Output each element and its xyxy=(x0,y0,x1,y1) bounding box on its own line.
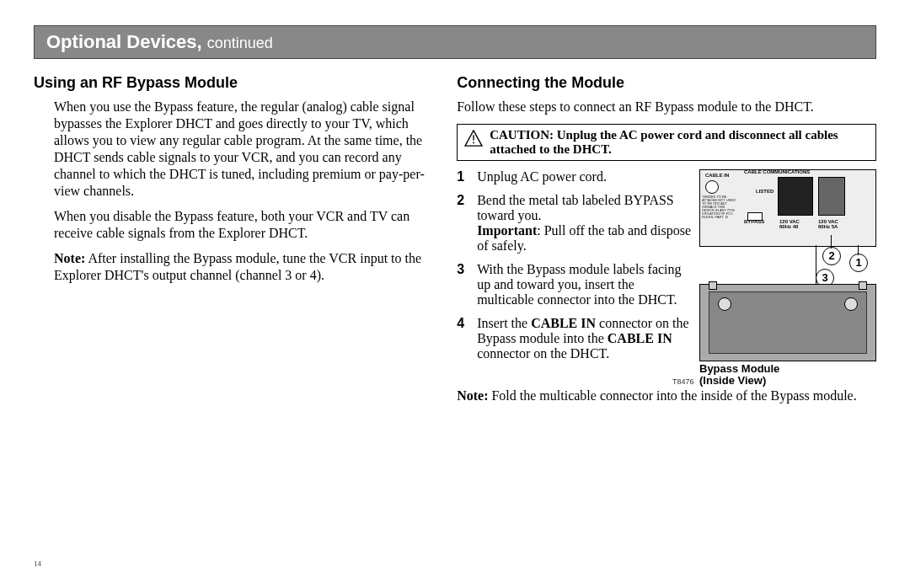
port-bypass-tab xyxy=(747,212,763,221)
label-vac1: 120 VAC 60Hz 40 xyxy=(779,219,805,229)
s4-post: connector on the DHCT. xyxy=(477,346,609,361)
label-cable-in: CABLE IN xyxy=(705,173,729,178)
step-2: 2 Bend the metal tab labeled BYPASS towa… xyxy=(457,193,693,254)
step-num: 1 xyxy=(457,169,468,184)
left-para-1: When you use the Bypass feature, the reg… xyxy=(54,99,433,200)
port-power xyxy=(818,177,845,216)
right-intro: Follow these steps to connect an RF Bypa… xyxy=(457,99,876,115)
right-column: Connecting the Module Follow these steps… xyxy=(457,71,876,413)
step-pre: Bend the metal tab labeled BYPASS toward… xyxy=(477,193,674,222)
note-label: Note: xyxy=(54,251,85,265)
fine-print: TENDED TO BE ATTACHE NOT USED TO RE ODCA… xyxy=(702,195,736,219)
step-text: Insert the CABLE IN connector on the Byp… xyxy=(477,316,693,361)
callout-1: 1 xyxy=(849,254,868,272)
label-cable-comms: CABLE COMMUNICATIONS xyxy=(744,169,810,174)
step-text: With the Bypass module labels facing up … xyxy=(477,262,693,307)
caption-1: Bypass Module xyxy=(699,362,779,375)
step-num: 4 xyxy=(457,316,468,361)
right-note: Note: Fold the multicable connector into… xyxy=(457,388,876,404)
step-3: 3 With the Bypass module labels facing u… xyxy=(457,262,693,307)
callout-2: 2 xyxy=(822,247,841,265)
caution-text-wrap: CAUTION: Unplug the AC power cord and di… xyxy=(490,128,869,157)
note-text: After installing the Bypass module, tune… xyxy=(54,251,421,282)
content-columns: Using an RF Bypass Module When you use t… xyxy=(34,71,876,413)
right-content: 1 Unplug AC power cord. 2 Bend the metal… xyxy=(457,169,876,388)
warning-icon xyxy=(464,130,483,147)
step-1: 1 Unplug AC power cord. xyxy=(457,169,693,184)
bypass-module-box xyxy=(699,284,876,361)
step-4: 4 Insert the CABLE IN connector on the B… xyxy=(457,316,693,361)
dhct-back-panel: CABLE IN CABLE COMMUNICATIONS BYPASS 120… xyxy=(699,169,876,247)
diagram-caption: Bypass Module (Inside View) xyxy=(699,363,876,388)
steps-column: 1 Unplug AC power cord. 2 Bend the metal… xyxy=(457,169,693,388)
header-continued: continued xyxy=(207,35,273,51)
caution-box: CAUTION: Unplug the AC power cord and di… xyxy=(457,124,876,161)
header-title: Optional Devices, xyxy=(46,31,202,52)
mount-tab-r xyxy=(859,281,867,290)
label-ul: LISTED xyxy=(756,189,774,194)
arrow-1 xyxy=(858,245,859,255)
s4-bold2: CABLE IN xyxy=(608,331,672,345)
step-num: 2 xyxy=(457,193,468,254)
note-text: Fold the multicable connector into the i… xyxy=(488,388,856,403)
caption-2: (Inside View) xyxy=(699,374,766,387)
step-num: 3 xyxy=(457,262,468,307)
port-cable-in xyxy=(705,180,719,194)
s4-pre: Insert the xyxy=(477,316,531,330)
label-vac2: 120 VAC 60Hz 5A xyxy=(818,219,843,229)
arrow-2 xyxy=(831,235,832,249)
port-outlet xyxy=(778,177,813,216)
module-inner xyxy=(709,291,867,354)
section-header: Optional Devices, continued xyxy=(34,25,876,59)
left-heading: Using an RF Bypass Module xyxy=(34,74,433,92)
left-column: Using an RF Bypass Module When you use t… xyxy=(34,71,433,413)
important-label: Important xyxy=(477,223,537,238)
step-text: Bend the metal tab labeled BYPASS toward… xyxy=(477,193,693,254)
left-para-2: When you disable the Bypass feature, bot… xyxy=(54,208,433,242)
step-text: Unplug AC power cord. xyxy=(477,169,693,184)
s4-bold1: CABLE IN xyxy=(531,316,596,330)
mount-tab-l xyxy=(709,281,717,290)
t-code: T8476 xyxy=(672,377,694,386)
left-note: Note: After installing the Bypass module… xyxy=(54,250,433,284)
module-port-2 xyxy=(844,297,858,311)
note-label: Note: xyxy=(457,388,488,403)
caution-label: CAUTION: xyxy=(490,128,554,142)
page-number: 14 xyxy=(34,559,41,568)
svg-point-1 xyxy=(473,142,474,144)
right-heading: Connecting the Module xyxy=(457,74,876,92)
diagram: CABLE IN CABLE COMMUNICATIONS BYPASS 120… xyxy=(699,169,876,388)
module-port xyxy=(718,297,731,311)
